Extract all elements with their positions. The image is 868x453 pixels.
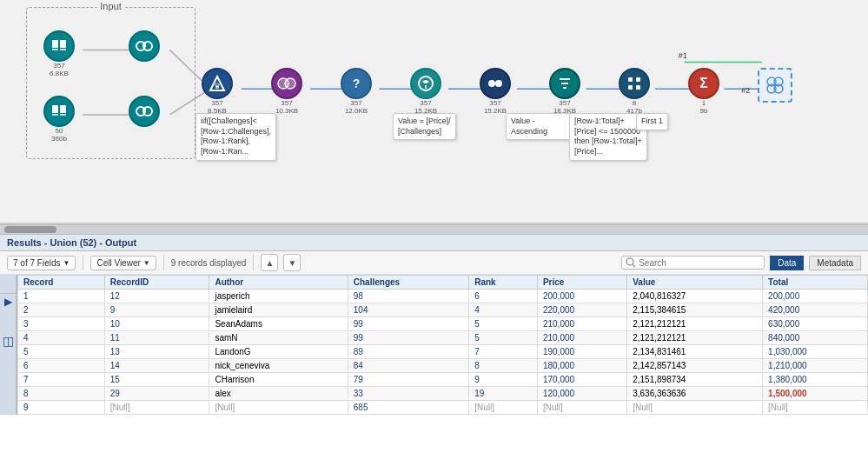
table-cell: 8 <box>469 359 538 373</box>
table-row: 614nick_ceneviva848180,0002,142,8571431,… <box>18 359 868 373</box>
left-nav-col: ▶ ◫ <box>0 275 17 415</box>
cell-viewer-btn[interactable]: Cell Viewer ▼ <box>90 256 156 270</box>
node-input2-size: 50360b <box>51 127 67 143</box>
workflow-canvas: #1 #2 Input 3576.8KB 50360b ♛ 3 <box>0 0 868 224</box>
scrollbar-thumb[interactable] <box>4 226 56 233</box>
table-cell: 9 <box>469 373 538 387</box>
table-cell: 170,000 <box>537 373 626 387</box>
table-cell: 19 <box>469 387 538 401</box>
table-cell: 1,210,000 <box>763 359 868 373</box>
node-filter2[interactable]: 8417b <box>619 68 650 115</box>
table-scroll-wrapper[interactable]: Record RecordID Author Challenges Rank P… <box>17 275 868 415</box>
table-row: 112jasperich986200,0002,040,816327200,00… <box>18 290 868 303</box>
table-cell: 180,000 <box>537 359 626 373</box>
node-formula2-icon <box>480 68 511 99</box>
table-cell: 840,000 <box>763 331 868 345</box>
col-price: Price <box>537 276 626 290</box>
node-binoculars1[interactable] <box>129 30 160 62</box>
node-filter1[interactable]: ? 35712.0KB <box>341 68 372 115</box>
toolbar-separator-2 <box>163 255 164 270</box>
svg-rect-41 <box>636 77 640 82</box>
table-cell: 685 <box>348 401 468 415</box>
node-filter1-icon: ? <box>341 68 372 99</box>
table-cell: 200,000 <box>537 290 626 303</box>
table-cell: 2 <box>18 303 105 317</box>
table-cell: 79 <box>348 373 468 387</box>
node-input1[interactable]: 3576.8KB <box>43 30 75 77</box>
table-cell: CHarrison <box>209 373 348 387</box>
tab-metadata[interactable]: Metadata <box>809 256 861 270</box>
search-container <box>621 256 765 270</box>
table-cell: 120,000 <box>537 387 626 401</box>
table-cell: [Null] <box>627 401 763 415</box>
data-table-container[interactable]: ▶ ◫ Record RecordID Author Challenges Ra… <box>0 275 868 415</box>
table-cell: 2,134,831461 <box>627 345 763 359</box>
fields-selector[interactable]: 7 of 7 Fields ▼ <box>7 256 76 270</box>
node-formula2[interactable]: 35715.2KB <box>480 68 511 115</box>
table-cell: 2,121,212121 <box>627 331 763 345</box>
arrow-up-btn[interactable]: ▲ <box>261 254 278 271</box>
canvas-scrollbar[interactable] <box>0 224 868 235</box>
table-row: 29jamielaird1044220,0002,115,384615420,0… <box>18 303 868 317</box>
node-union2-icon <box>758 68 792 103</box>
table-cell: samN <box>209 331 348 345</box>
node-union2[interactable] <box>758 68 792 103</box>
table-cell: 84 <box>348 359 468 373</box>
table-cell: 4 <box>18 331 105 345</box>
node-binoculars2-icon <box>129 96 160 127</box>
col-record: Record <box>18 276 105 290</box>
table-cell: [Null] <box>469 401 538 415</box>
node-binoculars2[interactable] <box>129 96 160 127</box>
table-cell: 2,115,384615 <box>627 303 763 317</box>
col-challenges: Challenges <box>348 276 468 290</box>
table-cell: LandonG <box>209 345 348 359</box>
arrow-down-btn[interactable]: ▼ <box>283 254 301 271</box>
search-icon <box>626 257 636 268</box>
node-join[interactable]: 35710.3KB <box>271 68 302 115</box>
node-input2[interactable]: 50360b <box>43 96 75 143</box>
table-cell: 7 <box>18 373 105 387</box>
table-cell: 98 <box>348 290 468 303</box>
node-sort[interactable]: 35718.3KB <box>549 68 580 115</box>
cell-viewer-label: Cell Viewer <box>96 258 140 268</box>
table-cell: jasperich <box>209 290 348 303</box>
formula-box-3: Value - Ascending <box>506 113 575 140</box>
search-input[interactable] <box>639 258 760 268</box>
cell-viewer-dropdown-icon: ▼ <box>143 259 150 267</box>
node-summarize[interactable]: Σ 19b <box>688 68 719 115</box>
table-cell: 1,500,000 <box>763 387 868 401</box>
table-cell: [Null] <box>209 401 348 415</box>
table-cell: alex <box>209 387 348 401</box>
table-cell: 14 <box>104 359 209 373</box>
table-row: 310SeanAdams995210,0002,121,212121630,00… <box>18 317 868 331</box>
page-icon[interactable]: ◫ <box>0 332 16 350</box>
table-cell: 15 <box>104 373 209 387</box>
node-union[interactable]: ♛ 3578.5KB <box>202 68 233 115</box>
toolbar-separator-1 <box>83 255 83 270</box>
table-row: 715CHarrison799170,0002,151,8987341,380,… <box>18 373 868 387</box>
table-cell: 1,380,000 <box>763 373 868 387</box>
table-cell: 9 <box>104 303 209 317</box>
table-cell: 104 <box>348 303 468 317</box>
svg-point-35 <box>488 80 495 87</box>
table-cell: 5 <box>469 317 538 331</box>
table-cell: 99 <box>348 331 468 345</box>
table-cell: 11 <box>104 331 209 345</box>
table-cell: 5 <box>469 331 538 345</box>
formula-box-2: Value = [Price]/[Challenges] <box>393 113 456 140</box>
table-cell: jamielaird <box>209 303 348 317</box>
left-col-header <box>0 275 16 294</box>
svg-text:♛: ♛ <box>214 82 221 90</box>
table-cell: 99 <box>348 317 468 331</box>
formula-box-5: First 1 <box>636 113 668 130</box>
table-cell: 1 <box>18 290 105 303</box>
node-formula1[interactable]: 35715.2KB <box>410 68 441 115</box>
nav-arrow-icon[interactable]: ▶ <box>0 294 16 310</box>
table-cell: 2,040,816327 <box>627 290 763 303</box>
tab-data[interactable]: Data <box>770 256 804 270</box>
node-formula1-icon <box>410 68 441 99</box>
svg-point-48 <box>626 258 633 265</box>
table-row: 9[Null][Null]685[Null][Null][Null][Null] <box>18 401 868 415</box>
table-cell: nick_ceneviva <box>209 359 348 373</box>
table-cell: 3 <box>18 317 105 331</box>
